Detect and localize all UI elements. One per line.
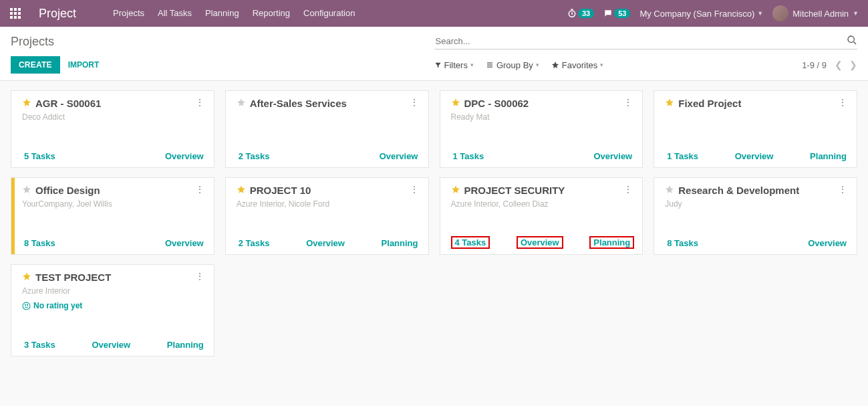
nav-item-planning[interactable]: Planning (198, 0, 246, 27)
kanban-view: AGR - S00061 ⋮ Deco Addict 5 TasksOvervi… (0, 81, 868, 366)
card-menu-icon[interactable]: ⋮ (622, 185, 634, 194)
overview-link[interactable]: Overview (517, 236, 563, 249)
card-title: After-Sales Services (250, 98, 347, 110)
svg-rect-7 (14, 16, 17, 19)
card-menu-icon[interactable]: ⋮ (408, 98, 420, 107)
svg-rect-4 (14, 12, 17, 15)
card-title: PROJECT 10 (250, 185, 311, 197)
caret-down-icon: ▾ (536, 62, 539, 68)
favorites-label: Favorites (562, 60, 597, 70)
tasks-link[interactable]: 1 Tasks (665, 150, 700, 162)
star-toggle[interactable] (22, 98, 31, 107)
overview-link[interactable]: Overview (163, 237, 206, 249)
overview-link[interactable]: Overview (733, 150, 776, 162)
company-name: My Company (San Francisco) (639, 9, 754, 19)
star-toggle[interactable] (237, 98, 246, 107)
filters-dropdown[interactable]: Filters ▾ (434, 60, 474, 70)
overview-link[interactable]: Overview (90, 339, 132, 350)
card-footer: 8 TasksOverview (22, 232, 206, 249)
card-menu-icon[interactable]: ⋮ (194, 272, 206, 281)
filter-icon (434, 62, 442, 69)
tasks-link[interactable]: 3 Tasks (22, 339, 57, 350)
tasks-link[interactable]: 2 Tasks (237, 237, 272, 249)
project-card[interactable]: PROJECT SECURITY ⋮ Azure Interior, Colle… (440, 177, 643, 255)
apps-icon[interactable] (5, 8, 25, 19)
planning-link[interactable]: Planning (165, 339, 206, 350)
star-toggle[interactable] (22, 185, 31, 194)
card-footer: 8 TasksOverview (665, 232, 849, 249)
pager: 1-9 / 9 ❮ ❯ (802, 60, 857, 70)
groupby-dropdown[interactable]: Group By ▾ (486, 60, 539, 70)
card-menu-icon[interactable]: ⋮ (194, 98, 206, 107)
star-toggle[interactable] (665, 185, 674, 194)
project-card[interactable]: DPC - S00062 ⋮ Ready Mat 1 TasksOverview (440, 90, 643, 168)
card-footer: 3 TasksOverviewPlanning (22, 334, 206, 350)
search-input[interactable] (434, 33, 858, 49)
card-title: AGR - S00061 (35, 98, 101, 110)
project-card[interactable]: TEST PROJECT ⋮ Azure Interior No rating … (11, 264, 214, 357)
card-footer: 2 TasksOverviewPlanning (237, 232, 420, 249)
card-title: PROJECT SECURITY (464, 185, 565, 197)
overview-link[interactable]: Overview (304, 237, 347, 249)
svg-rect-6 (10, 16, 13, 19)
tasks-link[interactable]: 8 Tasks (22, 237, 57, 249)
list-icon (486, 61, 494, 69)
card-title: Office Design (35, 185, 100, 197)
project-card[interactable]: Research & Development ⋮ Judy 8 TasksOve… (654, 177, 857, 255)
project-card[interactable]: Office Design ⋮ YourCompany, Joel Willis… (11, 177, 214, 255)
tasks-link[interactable]: 2 Tasks (237, 150, 272, 162)
project-card[interactable]: Fixed Project ⋮ 1 TasksOverviewPlanning (654, 90, 857, 168)
project-card[interactable]: PROJECT 10 ⋮ Azure Interior, Nicole Ford… (225, 177, 429, 255)
tasks-link[interactable]: 1 Tasks (451, 150, 486, 162)
star-toggle[interactable] (451, 98, 460, 107)
star-toggle[interactable] (665, 98, 674, 107)
search-icon[interactable] (847, 35, 857, 45)
card-subtitle: YourCompany, Joel Willis (22, 199, 206, 209)
overview-link[interactable]: Overview (806, 237, 849, 249)
svg-rect-2 (18, 8, 21, 11)
card-menu-icon[interactable]: ⋮ (837, 98, 849, 107)
star-toggle[interactable] (22, 272, 31, 281)
tasks-link[interactable]: 8 Tasks (665, 237, 700, 249)
project-card[interactable]: AGR - S00061 ⋮ Deco Addict 5 TasksOvervi… (11, 90, 214, 168)
avatar (772, 5, 788, 21)
favorites-dropdown[interactable]: Favorites ▾ (551, 60, 603, 70)
nav-item-projects[interactable]: Projects (106, 0, 151, 27)
import-button[interactable]: IMPORT (68, 60, 100, 70)
overview-link[interactable]: Overview (591, 150, 634, 162)
messages-badge[interactable]: 53 (603, 9, 630, 18)
pager-text: 1-9 / 9 (802, 60, 827, 70)
overview-link[interactable]: Overview (378, 150, 420, 162)
filters-label: Filters (444, 60, 468, 70)
star-toggle[interactable] (237, 185, 246, 194)
planning-link[interactable]: Planning (808, 150, 849, 162)
create-button[interactable]: CREATE (11, 56, 60, 74)
messages-count: 53 (614, 9, 630, 18)
pager-prev[interactable]: ❮ (835, 60, 843, 70)
star-toggle[interactable] (451, 185, 460, 194)
pager-next[interactable]: ❯ (849, 60, 857, 70)
card-menu-icon[interactable]: ⋮ (194, 185, 206, 194)
company-selector[interactable]: My Company (San Francisco) ▼ (639, 9, 763, 19)
nav-item-reporting[interactable]: Reporting (246, 0, 297, 27)
tasks-link[interactable]: 4 Tasks (451, 236, 490, 249)
caret-down-icon: ▾ (470, 62, 474, 68)
rating-badge[interactable]: No rating yet (22, 301, 206, 310)
card-menu-icon[interactable]: ⋮ (837, 185, 849, 194)
card-menu-icon[interactable]: ⋮ (622, 98, 634, 107)
nav-item-configuration[interactable]: Configuration (297, 0, 361, 27)
card-title: DPC - S00062 (464, 98, 529, 110)
planning-link[interactable]: Planning (589, 236, 634, 249)
timer-badge[interactable]: 33 (567, 9, 594, 18)
card-footer: 4 TasksOverviewPlanning (451, 231, 635, 249)
brand[interactable]: Project (39, 7, 76, 21)
card-menu-icon[interactable]: ⋮ (408, 185, 420, 194)
tasks-link[interactable]: 5 Tasks (22, 150, 57, 162)
nav-item-all-tasks[interactable]: All Tasks (151, 0, 198, 27)
project-card[interactable]: After-Sales Services ⋮ 2 TasksOverview (225, 90, 429, 168)
card-subtitle: Azure Interior, Colleen Diaz (451, 199, 635, 209)
planning-link[interactable]: Planning (380, 237, 420, 249)
overview-link[interactable]: Overview (163, 150, 206, 162)
caret-down-icon: ▼ (853, 10, 859, 17)
user-menu[interactable]: Mitchell Admin ▼ (772, 5, 863, 21)
